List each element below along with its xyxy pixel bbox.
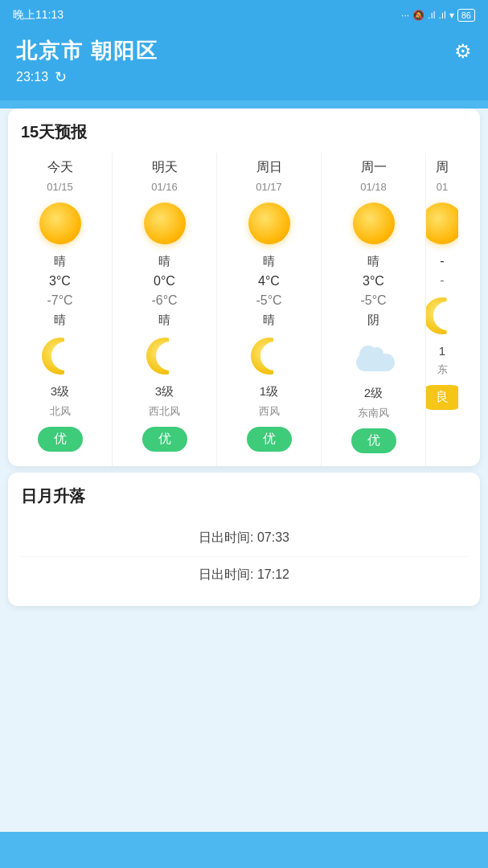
update-time: 23:13: [16, 70, 48, 84]
day-col-4: 周01--1东良: [426, 153, 458, 466]
sun-icon: [144, 203, 186, 244]
weather-day: 晴: [158, 254, 170, 269]
temp-low: -5°C: [360, 293, 386, 308]
weather-day: 晴: [263, 254, 275, 269]
wind-dir: 东南风: [358, 406, 389, 420]
temp-high: 0°C: [154, 274, 175, 289]
wind-dir: 北风: [50, 404, 71, 419]
day-name: 周: [436, 159, 449, 176]
weather-day: 晴: [54, 254, 66, 269]
sunrise-row: 日出时间: 07:33: [21, 520, 467, 557]
sun-icon: [248, 203, 290, 244]
weather-night: 晴: [263, 313, 275, 328]
temp-low: -5°C: [256, 293, 281, 308]
day-col-0: 今天01/15晴3°C-7°C晴3级北风优: [8, 153, 113, 466]
aqi-badge: 优: [38, 427, 83, 452]
temp-high: 3°C: [49, 274, 71, 289]
temp-low: -6°C: [151, 293, 177, 308]
refresh-icon[interactable]: ↻: [55, 68, 67, 86]
sunrise-label: 日出时间: 07:33: [199, 530, 289, 547]
sunset-row: 日出时间: 17:12: [21, 557, 467, 593]
moon-icon: [426, 297, 458, 334]
aqi-badge: 优: [142, 427, 187, 452]
temp-low: -: [440, 273, 444, 288]
cloud-icon: [353, 342, 395, 371]
weather-day: 晴: [367, 254, 379, 269]
day-col-3: 周一01/18晴3°C-5°C阴2级东南风优: [322, 153, 426, 466]
day-col-1: 明天01/16晴0°C-6°C晴3级西北风优: [113, 153, 217, 466]
day-date: 01: [437, 181, 448, 193]
wind-level: 1级: [260, 384, 278, 399]
forecast-title: 15天预报: [8, 121, 480, 153]
sunset-label: 日出时间: 17:12: [199, 567, 289, 583]
sunrise-title: 日月升落: [21, 485, 467, 507]
signal-bar-1: .ıl: [428, 10, 435, 21]
wind-dir: 东: [437, 362, 448, 377]
signal-bar-2: .ıl: [438, 10, 445, 21]
wind-level: 3级: [51, 384, 69, 399]
mute-icon: 🔕: [412, 10, 424, 21]
signal-dots: ···: [401, 10, 409, 21]
day-date: 01/18: [360, 181, 387, 193]
day-name: 今天: [47, 159, 73, 176]
temp-high: 3°C: [363, 274, 384, 289]
day-date: 01/15: [47, 181, 73, 193]
aqi-badge: 优: [247, 427, 292, 452]
weather-night: 阴: [367, 313, 379, 328]
weather-night: 晴: [158, 313, 170, 328]
location-title: 北京市 朝阳区: [16, 37, 158, 65]
sun-icon: [426, 203, 458, 244]
wind-dir: 西风: [259, 404, 280, 419]
moon-icon: [251, 338, 288, 375]
temp-high: 4°C: [258, 274, 280, 289]
forecast-table: 今天01/15晴3°C-7°C晴3级北风优明天01/16晴0°C-6°C晴3级西…: [8, 153, 480, 466]
status-icons: ··· 🔕 .ıl .ıl ▾ 86: [401, 9, 475, 22]
forecast-card: 15天预报 今天01/15晴3°C-7°C晴3级北风优明天01/16晴0°C-6…: [8, 108, 480, 466]
temp-high: -: [440, 254, 444, 268]
temp-low: -7°C: [47, 293, 72, 308]
forecast-scroll[interactable]: 今天01/15晴3°C-7°C晴3级北风优明天01/16晴0°C-6°C晴3级西…: [8, 153, 480, 466]
aqi-badge: 良: [426, 385, 458, 410]
header: 北京市 朝阳区 ⚙ 23:13 ↻: [0, 29, 488, 100]
wind-dir: 西北风: [149, 404, 180, 419]
day-date: 01/17: [256, 181, 282, 193]
day-date: 01/16: [151, 181, 178, 193]
sun-icon: [353, 203, 395, 244]
day-name: 周日: [256, 159, 282, 176]
wind-level: 3级: [155, 384, 174, 399]
moon-icon: [42, 338, 79, 375]
battery: 86: [457, 9, 475, 22]
moon-icon: [146, 338, 183, 375]
day-name: 周一: [361, 159, 387, 176]
wind-level: 2级: [364, 386, 383, 401]
wifi-icon: ▾: [449, 10, 454, 21]
day-col-2: 周日01/17晴4°C-5°C晴1级西风优: [217, 153, 322, 466]
status-bar: 晚上11:13 ··· 🔕 .ıl .ıl ▾ 86: [0, 0, 488, 29]
main-content: 15天预报 今天01/15晴3°C-7°C晴3级北风优明天01/16晴0°C-6…: [0, 108, 488, 832]
settings-icon[interactable]: ⚙: [454, 40, 472, 63]
weather-night: 晴: [54, 313, 66, 328]
sun-icon: [39, 203, 81, 244]
sunrise-card: 日月升落 日出时间: 07:33 日出时间: 17:12: [8, 473, 480, 606]
aqi-badge: 优: [351, 428, 396, 453]
day-name: 明天: [152, 159, 178, 176]
status-time: 晚上11:13: [13, 8, 64, 23]
wind-level: 1: [439, 344, 445, 358]
